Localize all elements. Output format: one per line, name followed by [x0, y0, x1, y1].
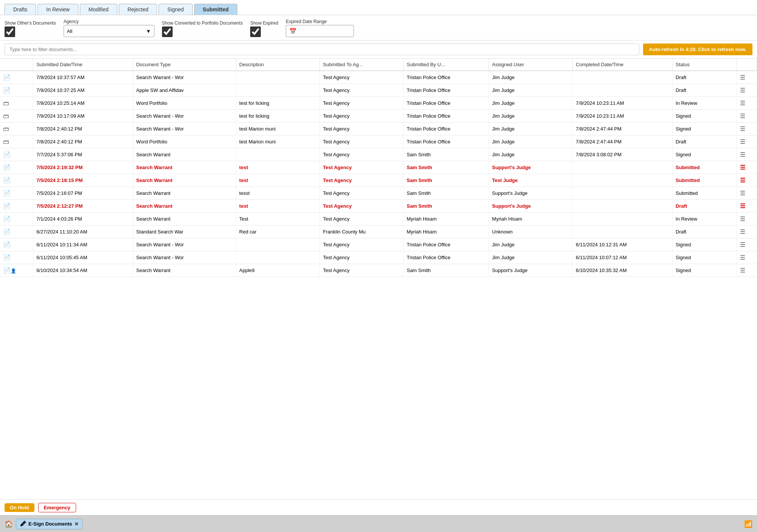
menu-icon[interactable]: ☰	[740, 151, 745, 158]
menu-icon[interactable]: ☰	[740, 87, 745, 93]
refresh-button[interactable]: Auto-refresh in 4:28. Click to refresh n…	[643, 44, 752, 55]
row-menu-cell[interactable]: ☰	[737, 84, 757, 97]
row-completed-date: 7/8/2024 2:47:44 PM	[573, 135, 673, 148]
col-header-assigned[interactable]: Assigned User	[489, 59, 573, 71]
menu-icon[interactable]: ☰	[740, 100, 745, 106]
tab-modified[interactable]: Modified	[80, 4, 117, 15]
row-menu-cell[interactable]: ☰	[737, 71, 757, 84]
row-icon-cell: 📄	[0, 71, 33, 84]
menu-icon[interactable]: ☰	[740, 113, 745, 119]
row-submitted-by: Sam Smith	[403, 161, 489, 174]
row-icon-cell: 📄	[0, 187, 33, 200]
row-menu-cell[interactable]: ☰	[737, 148, 757, 161]
show-others-checkbox[interactable]	[5, 26, 15, 37]
table-row: 📄👤 6/10/2024 10:34:54 AM Search Warrant …	[0, 264, 757, 277]
menu-icon[interactable]: ☰	[740, 203, 745, 209]
row-menu-cell[interactable]: ☰	[737, 135, 757, 148]
row-menu-cell[interactable]: ☰	[737, 226, 757, 238]
row-completed-date	[573, 71, 673, 84]
row-menu-cell[interactable]: ☰	[737, 187, 757, 200]
document-icon: 📄	[3, 229, 11, 235]
on-hold-badge[interactable]: On Hold	[5, 503, 34, 512]
row-completed-date	[573, 213, 673, 226]
row-status: In Review	[673, 213, 737, 226]
expired-date-input[interactable]: 📅	[286, 25, 354, 37]
close-icon[interactable]: ✖	[75, 521, 78, 527]
menu-icon[interactable]: ☰	[740, 74, 745, 81]
agency-select[interactable]: All ▼	[64, 25, 154, 37]
home-icon[interactable]: 🏠	[5, 520, 13, 528]
legend-bar: On Hold Emergency	[0, 499, 757, 515]
row-agency: Test Agency	[320, 264, 403, 277]
menu-icon[interactable]: ☰	[740, 241, 745, 248]
row-description: test Marion muni	[236, 123, 320, 135]
menu-icon[interactable]: ☰	[740, 126, 745, 132]
row-menu-cell[interactable]: ☰	[737, 97, 757, 110]
row-menu-cell[interactable]: ☰	[737, 264, 757, 277]
esign-app-button[interactable]: 🖉 E-Sign Documents ✖	[16, 519, 83, 529]
menu-icon[interactable]: ☰	[740, 254, 745, 261]
menu-icon[interactable]: ☰	[740, 229, 745, 235]
row-menu-cell[interactable]: ☰	[737, 200, 757, 213]
show-expired-checkbox[interactable]	[250, 26, 261, 37]
agency-value: All	[67, 28, 72, 34]
agency-group: Agency All ▼	[64, 19, 154, 37]
col-header-status[interactable]: Status	[673, 59, 737, 71]
row-description: test	[236, 200, 320, 213]
row-datetime: 7/9/2024 10:17:09 AM	[33, 110, 133, 123]
document-icon: 📄	[3, 177, 11, 184]
row-datetime: 7/8/2024 2:40:12 PM	[33, 135, 133, 148]
col-header-agency[interactable]: Submitted To Ag...	[320, 59, 403, 71]
row-description	[236, 238, 320, 251]
row-status: Draft	[673, 226, 737, 238]
row-assigned-user: Support's Judge	[489, 200, 573, 213]
agency-label: Agency	[64, 19, 154, 24]
menu-icon[interactable]: ☰	[740, 177, 745, 184]
tab-submitted[interactable]: Submitted	[194, 4, 237, 15]
row-doctype: Standard Search War	[133, 226, 236, 238]
row-doctype: Search Warrant	[133, 174, 236, 187]
tab-rejected[interactable]: Rejected	[119, 4, 157, 15]
menu-icon[interactable]: ☰	[740, 216, 745, 222]
col-header-doctype[interactable]: Document Type	[133, 59, 236, 71]
row-status: Draft	[673, 200, 737, 213]
row-menu-cell[interactable]: ☰	[737, 238, 757, 251]
document-icon: 📄	[3, 190, 11, 196]
tab-signed[interactable]: Signed	[159, 4, 193, 15]
row-menu-cell[interactable]: ☰	[737, 161, 757, 174]
menu-icon[interactable]: ☰	[740, 164, 745, 171]
col-header-icon	[0, 59, 33, 71]
search-input[interactable]	[5, 44, 639, 55]
row-datetime: 6/11/2024 10:05:45 AM	[33, 251, 133, 264]
table-row: 📄 6/11/2024 10:05:45 AM Search Warrant -…	[0, 251, 757, 264]
show-converted-checkbox[interactable]	[162, 26, 173, 37]
row-submitted-by: Tristan Police Office	[403, 84, 489, 97]
menu-icon[interactable]: ☰	[740, 190, 745, 196]
menu-icon[interactable]: ☰	[740, 267, 745, 274]
col-header-user[interactable]: Submitted By U...	[403, 59, 489, 71]
col-header-desc[interactable]: Description	[236, 59, 320, 71]
table-row: 📄 7/9/2024 10:37:25 AM Apple SW and Affi…	[0, 84, 757, 97]
show-converted-group: Show Converted to Portfolio Documents	[162, 20, 243, 37]
portfolio-icon: 🗃	[3, 126, 9, 132]
row-menu-cell[interactable]: ☰	[737, 213, 757, 226]
row-icon-cell: 📄	[0, 226, 33, 238]
menu-icon[interactable]: ☰	[740, 138, 745, 145]
chevron-down-icon: ▼	[146, 28, 151, 34]
col-header-completed[interactable]: Completed Date/Time	[573, 59, 673, 71]
row-completed-date	[573, 226, 673, 238]
emergency-badge[interactable]: Emergency	[38, 503, 76, 512]
row-icon-cell: 🗃	[0, 110, 33, 123]
row-submitted-by: Tristan Police Office	[403, 97, 489, 110]
tab-drafts[interactable]: Drafts	[5, 4, 36, 15]
tab-in-review[interactable]: In Review	[37, 4, 78, 15]
row-menu-cell[interactable]: ☰	[737, 123, 757, 135]
row-menu-cell[interactable]: ☰	[737, 110, 757, 123]
row-assigned-user: Test Judge	[489, 174, 573, 187]
row-menu-cell[interactable]: ☰	[737, 251, 757, 264]
search-bar: Auto-refresh in 4:28. Click to refresh n…	[0, 40, 757, 59]
row-menu-cell[interactable]: ☰	[737, 174, 757, 187]
row-status: Signed	[673, 123, 737, 135]
row-agency: Test Agency	[320, 213, 403, 226]
col-header-datetime[interactable]: Submitted Date/Time	[33, 59, 133, 71]
